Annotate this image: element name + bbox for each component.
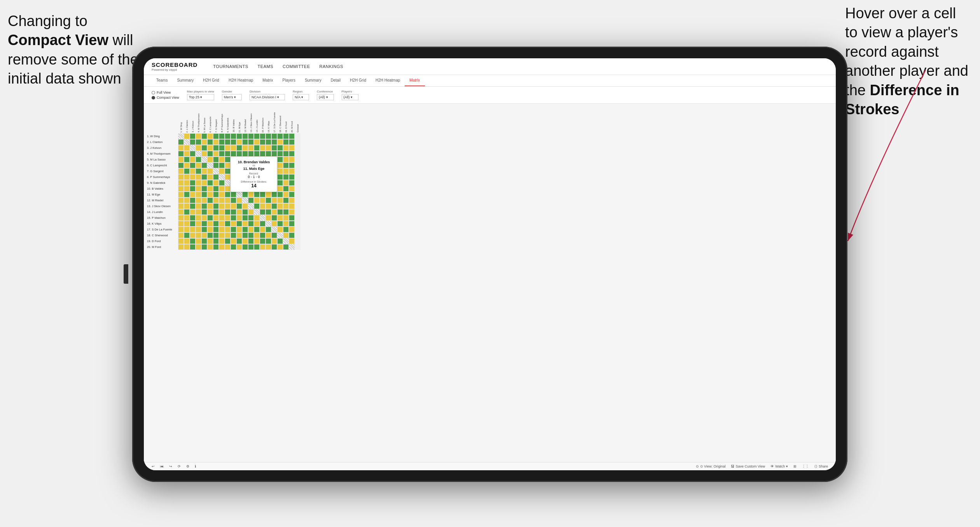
grid-cell[interactable] xyxy=(248,238,254,244)
grid-cell[interactable] xyxy=(190,209,196,215)
grid-cell[interactable] xyxy=(254,197,260,203)
grid-cell[interactable] xyxy=(266,209,271,215)
grid-cell[interactable] xyxy=(283,139,289,145)
grid-cell[interactable] xyxy=(248,139,254,145)
grid-cell[interactable] xyxy=(248,232,254,238)
grid-cell[interactable] xyxy=(260,133,266,139)
grid-cell[interactable] xyxy=(231,192,236,197)
grid-cell[interactable] xyxy=(196,162,201,168)
grid-cell[interactable] xyxy=(213,244,219,250)
grid-cell[interactable] xyxy=(178,133,184,139)
grid-cell[interactable] xyxy=(266,139,271,145)
grid-cell[interactable] xyxy=(289,209,295,215)
grid-cell[interactable] xyxy=(219,227,225,232)
grid-cell[interactable] xyxy=(260,197,266,203)
grid-cell[interactable] xyxy=(277,151,283,157)
grid-cell[interactable] xyxy=(242,244,248,250)
grid-cell[interactable] xyxy=(236,238,242,244)
grid-cell[interactable] xyxy=(242,227,248,232)
grid-cell[interactable] xyxy=(190,180,196,186)
grid-cell[interactable] xyxy=(178,209,184,215)
grid-cell[interactable] xyxy=(277,221,283,227)
grid-cell[interactable] xyxy=(260,215,266,221)
grid-cell[interactable] xyxy=(184,221,190,227)
grid-cell[interactable] xyxy=(271,238,277,244)
grid-cell[interactable] xyxy=(201,192,207,197)
grid-cell[interactable] xyxy=(213,186,219,192)
grid-cell[interactable] xyxy=(207,221,213,227)
grid-cell[interactable] xyxy=(289,151,295,157)
grid-cell[interactable] xyxy=(271,197,277,203)
grid-cell[interactable] xyxy=(184,151,190,157)
grid-cell[interactable] xyxy=(201,238,207,244)
grid-cell[interactable] xyxy=(295,244,300,250)
grid-cell[interactable] xyxy=(266,145,271,151)
grid-cell[interactable] xyxy=(266,232,271,238)
grid-cell[interactable] xyxy=(289,197,295,203)
grid-cell[interactable] xyxy=(190,151,196,157)
grid-cell[interactable] xyxy=(213,238,219,244)
grid-cell[interactable] xyxy=(295,232,300,238)
grid-cell[interactable] xyxy=(283,162,289,168)
grid-cell[interactable] xyxy=(271,244,277,250)
grid-cell[interactable] xyxy=(254,209,260,215)
grid-cell[interactable] xyxy=(196,145,201,151)
grid-cell[interactable] xyxy=(271,221,277,227)
grid-cell[interactable] xyxy=(201,186,207,192)
grid-cell[interactable] xyxy=(289,244,295,250)
grid-cell[interactable] xyxy=(225,180,231,186)
grid-cell[interactable] xyxy=(254,244,260,250)
grid-cell[interactable] xyxy=(184,180,190,186)
grid-cell[interactable] xyxy=(260,227,266,232)
grid-cell[interactable] xyxy=(201,174,207,180)
grid-cell[interactable] xyxy=(219,215,225,221)
grid-cell[interactable] xyxy=(231,203,236,209)
grid-cell[interactable] xyxy=(196,139,201,145)
grid-cell[interactable] xyxy=(277,174,283,180)
grid-cell[interactable] xyxy=(178,203,184,209)
grid-cell[interactable] xyxy=(178,221,184,227)
grid-cell[interactable] xyxy=(178,232,184,238)
grid-cell[interactable] xyxy=(295,139,300,145)
grid-cell[interactable] xyxy=(260,244,266,250)
grid-cell[interactable] xyxy=(283,186,289,192)
grid-cell[interactable] xyxy=(289,203,295,209)
grid-cell[interactable] xyxy=(225,186,231,192)
grid-cell[interactable] xyxy=(277,238,283,244)
grid-cell[interactable] xyxy=(225,203,231,209)
grid-cell[interactable] xyxy=(231,232,236,238)
grid-cell[interactable] xyxy=(225,139,231,145)
grid-cell[interactable] xyxy=(260,192,266,197)
grid-cell[interactable] xyxy=(178,244,184,250)
save-custom-button[interactable]: 🖫 Save Custom View xyxy=(731,464,765,468)
grid-cell[interactable] xyxy=(207,151,213,157)
grid-cell[interactable] xyxy=(236,197,242,203)
grid-cell[interactable] xyxy=(184,145,190,151)
grid-cell[interactable] xyxy=(248,221,254,227)
grid-cell[interactable] xyxy=(248,133,254,139)
grid-cell[interactable] xyxy=(190,232,196,238)
grid-cell[interactable] xyxy=(207,227,213,232)
grid-cell[interactable] xyxy=(207,215,213,221)
grid-cell[interactable] xyxy=(289,145,295,151)
grid-cell[interactable] xyxy=(266,203,271,209)
grid-cell[interactable] xyxy=(207,203,213,209)
grid-cell[interactable] xyxy=(283,174,289,180)
grid-cell[interactable] xyxy=(231,197,236,203)
grid-cell[interactable] xyxy=(266,227,271,232)
grid-cell[interactable] xyxy=(196,238,201,244)
grid-cell[interactable] xyxy=(178,145,184,151)
grid-cell[interactable] xyxy=(190,139,196,145)
grid-cell[interactable] xyxy=(277,215,283,221)
grid-cell[interactable] xyxy=(289,139,295,145)
grid-cell[interactable] xyxy=(242,203,248,209)
tab-matrix1[interactable]: Matrix xyxy=(258,75,278,86)
grid-cell[interactable] xyxy=(213,192,219,197)
grid-cell[interactable] xyxy=(196,186,201,192)
grid-cell[interactable] xyxy=(207,197,213,203)
grid-cell[interactable] xyxy=(266,221,271,227)
grid-cell[interactable] xyxy=(289,133,295,139)
grid-cell[interactable] xyxy=(196,227,201,232)
grid-cell[interactable] xyxy=(260,139,266,145)
grid-cell[interactable] xyxy=(225,133,231,139)
